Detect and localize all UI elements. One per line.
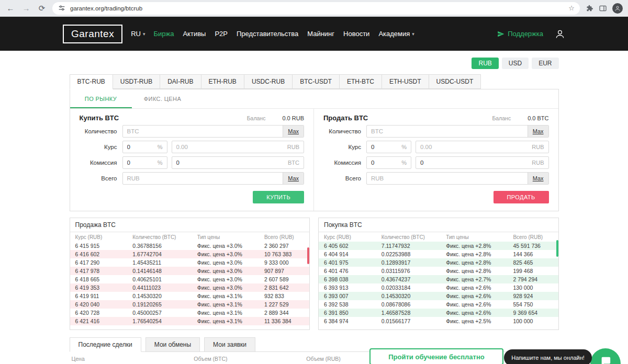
tab-my-orders[interactable]: Мои заявки [204,337,255,352]
nav-item-p2p[interactable]: P2P [215,30,228,38]
pair-tab-usdc-usdt[interactable]: USDC-USDT [429,74,481,89]
support-label: Поддержка [508,30,543,38]
cell: 554 750 [508,300,558,309]
pair-tab-eth-usdt[interactable]: ETH-USDT [382,74,429,89]
pair-tab-btc-rub[interactable]: BTC-RUB [70,74,113,89]
url-text[interactable]: garantex.org/trading/btcrub [70,5,564,12]
currency-tab-usd[interactable]: USD [502,58,529,69]
nav-item-academy[interactable]: Академия ▾ [378,30,414,38]
table-row[interactable]: 6 405 6027.11747932Фикс. цена +2.8%45 59… [319,242,558,250]
cell: 6 421 416 [70,317,128,325]
tab-my-exchanges[interactable]: Мои обмены [145,337,200,352]
pair-tab-dai-rub[interactable]: DAI-RUB [160,74,201,89]
account-icon[interactable] [555,29,565,39]
cell: 45 591 736 [508,242,558,250]
buy-amount-input[interactable] [123,128,283,134]
nav-item-mining[interactable]: Майнинг [307,30,334,38]
support-link[interactable]: Поддержка [497,30,543,38]
table-row[interactable]: 6 420 0400.19120265Фикс. цена +3.1%1 227… [70,300,310,309]
pair-tab-usdt-rub[interactable]: USDT-RUB [113,74,160,89]
back-icon[interactable]: ← [5,4,16,13]
table-row[interactable]: 6 419 3530.44111023Фикс. цена +3.0%2 831… [70,283,310,292]
sell-submit-button[interactable]: ПРОДАТЬ [494,191,549,203]
cell: 825 465 [508,258,558,267]
chat-widget[interactable]: Напишите нам, мы онлайн! [504,349,592,364]
pair-tab-usdc-rub[interactable]: USDC-RUB [244,74,293,89]
buy-total-max-button[interactable]: Max [283,173,304,184]
extensions-icon[interactable] [585,4,593,13]
cell: 7.11747932 [376,242,441,250]
sell-amount-max-button[interactable]: Max [528,126,548,137]
sell-depth-indicator [307,247,309,264]
site-info-icon[interactable] [58,4,66,13]
address-bar[interactable]: garantex.org/trading/btcrub ☆ [52,2,580,15]
refresh-icon[interactable]: ⟳ [37,4,47,13]
free-training-button[interactable]: Пройти обучение бесплатно [369,348,503,364]
cell: Фикс. цена +2.6% [441,283,508,292]
cell: 0.02033184 [376,283,441,292]
tab-last-trades[interactable]: Последние сделки [70,337,141,352]
sell-fee-percent-input[interactable] [367,160,401,166]
buy-fee-input[interactable] [172,160,288,166]
buy-amount-max-button[interactable]: Max [283,126,304,137]
table-row[interactable]: 6 392 5380.08678086Фикс. цена +2.6%554 7… [319,300,558,309]
currency-tab-rub[interactable]: RUB [472,58,498,69]
pair-tab-btc-usdt[interactable]: BTC-USDT [292,74,340,89]
table-row[interactable]: 6 401 9750.12893917Фикс. цена +2.8%825 4… [319,258,558,267]
total-label: Всего [80,175,117,181]
buy-fee-percent-input[interactable] [123,160,158,166]
cell: Фикс. цена +3.0% [192,258,259,267]
cell: 6 417 290 [70,258,128,267]
pair-tab-eth-rub[interactable]: ETH-RUB [201,74,244,89]
garantex-logo[interactable]: Garantex [63,25,122,43]
bookmark-icon[interactable]: ☆ [568,4,575,12]
buy-total-input[interactable] [123,175,283,181]
table-row[interactable]: 6 415 9150.36788156Фикс. цена +3.0%2 360… [70,242,310,250]
cell: 6 404 914 [319,250,376,258]
sell-rate-percent-input[interactable] [367,144,401,150]
nav-item-news[interactable]: Новости [343,30,369,38]
table-row[interactable]: 6 419 9110.14530320Фикс. цена +3.1%932 8… [70,292,310,300]
table-row[interactable]: 6 420 7280.45000257Фикс. цена +3.1%2 889… [70,309,310,317]
table-row[interactable]: 6 391 8501.46587528Фикс. цена +2.6%9 369… [319,309,558,317]
table-row[interactable]: 6 418 6650.40625101Фикс. цена +3.0%2 607… [70,275,310,283]
rate-label: Курс [323,144,361,150]
buy-rate-percent-input[interactable] [123,144,158,150]
nav-item-exchange[interactable]: Биржа [153,30,174,38]
chat-fab-button[interactable] [590,348,621,364]
tab-fixed-price[interactable]: ФИКС. ЦЕНА [132,89,194,108]
buy-submit-button[interactable]: КУПИТЬ [253,191,304,203]
table-row[interactable]: 6 416 6021.67742704Фикс. цена +3.0%10 76… [70,250,310,258]
percent-suffix: % [158,144,167,150]
sell-total-max-button[interactable]: Max [528,173,548,184]
side-panel-icon[interactable] [599,4,607,13]
table-row[interactable]: 6 393 0070.14530320Фикс. цена +2.6%928 9… [319,292,558,300]
table-row[interactable]: 6 393 9130.02033184Фикс. цена +2.6%130 0… [319,283,558,292]
buy-rate-input[interactable] [172,144,287,150]
nav-item-assets[interactable]: Активы [183,30,206,38]
language-selector[interactable]: RU ▾ [131,30,145,38]
sell-amount-input[interactable] [367,128,528,134]
profile-avatar[interactable] [612,3,623,14]
nav-item-offices[interactable]: Представительства [237,30,298,38]
table-row[interactable]: 6 421 4161.76540254Фикс. цена +3.1%11 33… [70,317,310,325]
sell-rate-input[interactable] [416,144,532,150]
cell: Фикс. цена +2.7% [441,275,508,283]
table-row[interactable]: 6 401 4760.03115976Фикс. цена +2.8%199 4… [319,267,558,275]
forward-icon[interactable]: → [21,4,31,13]
percent-suffix: % [401,160,411,166]
currency-tab-eur[interactable]: EUR [532,58,558,69]
tab-market-order[interactable]: ПО РЫНКУ [70,89,132,108]
table-row[interactable]: 6 417 9780.14146148Фикс. цена +3.0%907 8… [70,267,310,275]
table-row[interactable]: 6 417 2901.45435211Фикс. цена +3.0%9 333… [70,258,310,267]
cell: 1 227 529 [259,300,309,309]
cell: 6 417 978 [70,267,128,275]
sell-total-input[interactable] [367,175,528,181]
table-row[interactable]: 6 384 9740.01566177Фикс. цена +2.5%100 0… [319,317,558,325]
fee-label: Комиссия [323,160,361,166]
table-row[interactable]: 6 404 9140.02253988Фикс. цена +2.8%144 3… [319,250,558,258]
table-row[interactable]: 6 398 0380.43674237Фикс. цена +2.7%2 794… [319,275,558,283]
pair-tab-eth-btc[interactable]: ETH-BTC [339,74,382,89]
cell: Фикс. цена +3.1% [192,317,259,325]
sell-fee-input[interactable] [416,160,532,166]
